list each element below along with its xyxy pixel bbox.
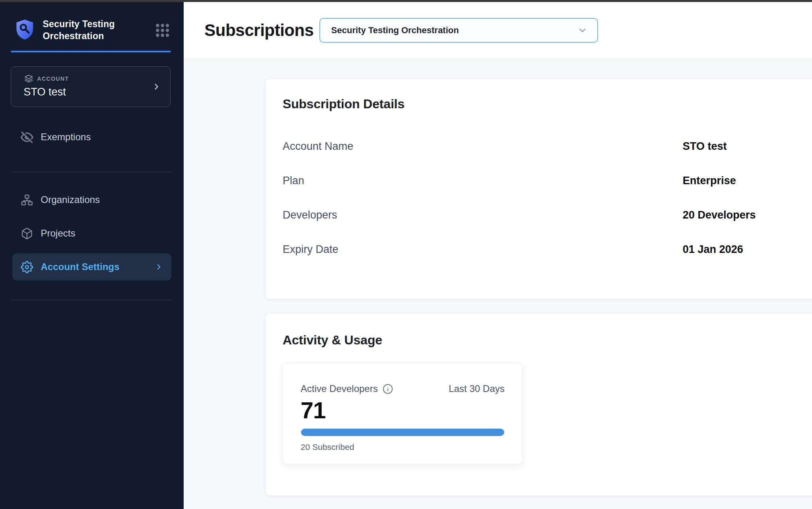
detail-value: 20 Developers [683, 209, 756, 221]
account-name: STO test [24, 86, 161, 98]
chevron-right-icon [152, 82, 161, 91]
main-area: Subscriptions Security Testing Orchestra… [184, 2, 812, 509]
stat-card-header: Active Developers Last 30 Days [301, 383, 505, 394]
detail-row-plan: Plan Enterprise [283, 163, 801, 198]
sidebar-item-label: Exemptions [41, 131, 91, 143]
layers-icon [24, 74, 33, 83]
sto-shield-logo-icon [15, 19, 35, 40]
detail-value: Enterprise [683, 175, 736, 187]
detail-value: STO test [683, 140, 727, 153]
account-row: ACCOUNT [24, 74, 161, 83]
sidebar-item-organizations[interactable]: Organizations [11, 188, 172, 211]
detail-label: Account Name [283, 140, 683, 153]
subscription-details-rows: Account Name STO test Plan Enterprise De… [283, 129, 801, 266]
info-icon[interactable] [382, 384, 393, 394]
module-select-dropdown[interactable]: Security Testing Orchestration [319, 18, 598, 43]
detail-row-expiry-date: Expiry Date 01 Jan 2026 [283, 232, 801, 266]
chevron-right-icon [154, 262, 163, 271]
sidebar-item-exemptions[interactable]: Exemptions [11, 125, 172, 149]
account-scope-label: ACCOUNT [37, 76, 69, 82]
brand: Security Testing Orchestration [15, 18, 171, 42]
page-content: Subscription Details Account Name STO te… [184, 59, 812, 509]
active-developers-progress [301, 428, 505, 436]
brand-title: Security Testing Orchestration [43, 18, 145, 42]
subscribed-count-label: 20 Subscribed [301, 442, 505, 452]
progress-fill [301, 429, 504, 436]
subscription-details-card: Subscription Details Account Name STO te… [265, 79, 812, 299]
page-header: Subscriptions Security Testing Orchestra… [184, 2, 812, 59]
brand-accent-bar [11, 51, 171, 52]
sidebar-divider [11, 300, 172, 300]
eye-off-icon [21, 131, 33, 143]
account-selector[interactable]: ACCOUNT STO test [11, 66, 170, 107]
chevron-down-icon [577, 25, 588, 36]
sidebar-item-account-settings[interactable]: Account Settings [12, 253, 171, 280]
detail-label: Plan [283, 175, 683, 187]
detail-value: 01 Jan 2026 [683, 243, 743, 256]
sidebar-item-label: Account Settings [41, 261, 119, 272]
sidebar: Security Testing Orchestration ACCOUNT [0, 2, 184, 509]
detail-label: Expiry Date [283, 243, 683, 256]
module-grid-icon[interactable] [154, 22, 171, 39]
stat-metric-label: Active Developers [301, 383, 378, 394]
stat-period-label: Last 30 Days [449, 383, 505, 394]
activity-usage-title: Activity & Usage [283, 333, 801, 348]
sidebar-divider [11, 172, 172, 172]
body-row: Security Testing Orchestration ACCOUNT [0, 2, 812, 509]
page-title: Subscriptions [204, 21, 314, 40]
org-chart-icon [21, 194, 33, 206]
module-select-value: Security Testing Orchestration [331, 25, 459, 36]
activity-usage-card: Activity & Usage Active Developers Last … [265, 314, 812, 495]
cube-icon [21, 227, 33, 240]
active-developers-count: 71 [301, 397, 505, 424]
gear-icon [21, 261, 33, 273]
sidebar-item-label: Organizations [41, 194, 100, 205]
detail-row-developers: Developers 20 Developers [283, 198, 801, 232]
detail-row-account-name: Account Name STO test [283, 129, 801, 163]
subscription-details-title: Subscription Details [283, 97, 801, 111]
active-developers-stat-card: Active Developers Last 30 Days 71 [282, 363, 523, 464]
sidebar-item-projects[interactable]: Projects [11, 222, 172, 245]
app-root: Security Testing Orchestration ACCOUNT [0, 0, 812, 509]
detail-label: Developers [283, 209, 683, 221]
sidebar-item-label: Projects [41, 228, 75, 239]
